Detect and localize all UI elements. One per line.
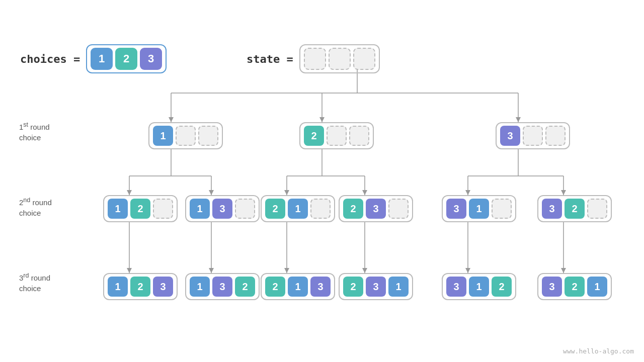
cell-empty <box>349 126 369 146</box>
svg-marker-13 <box>209 190 214 195</box>
state-cell-1 <box>304 48 326 70</box>
round1-label: 1st roundchoice <box>19 121 50 143</box>
svg-marker-4 <box>169 117 174 122</box>
svg-marker-31 <box>284 268 289 273</box>
choice-3: 3 <box>140 48 162 70</box>
level3-node-132: 1 3 2 <box>185 273 260 300</box>
svg-marker-12 <box>127 190 132 195</box>
choice-1: 1 <box>91 48 113 70</box>
cell-empty <box>176 126 196 146</box>
level2-node-12: 1 2 <box>103 195 178 222</box>
state-header: state = <box>247 44 380 73</box>
svg-marker-37 <box>561 268 566 273</box>
cell-empty <box>198 126 218 146</box>
svg-marker-6 <box>516 117 521 122</box>
cell-empty <box>523 126 543 146</box>
watermark: www.hello-algo.com <box>563 347 634 355</box>
cell: 1 <box>153 126 173 146</box>
level2-node-23: 2 3 <box>339 195 413 222</box>
state-label: state = <box>247 53 293 65</box>
level2-node-13: 1 3 <box>185 195 260 222</box>
svg-marker-33 <box>362 268 367 273</box>
cell-empty <box>327 126 347 146</box>
level3-node-312: 3 1 2 <box>442 273 516 300</box>
cell: 2 <box>304 126 324 146</box>
choices-label: choices = <box>20 53 80 65</box>
level3-node-123: 1 2 3 <box>103 273 178 300</box>
cell: 3 <box>500 126 520 146</box>
level2-node-32: 3 2 <box>537 195 612 222</box>
choices-header: choices = 1 2 3 <box>20 44 167 73</box>
level3-node-213: 2 1 3 <box>261 273 335 300</box>
choices-array: 1 2 3 <box>86 44 167 73</box>
level3-node-321: 3 2 1 <box>537 273 612 300</box>
svg-marker-5 <box>319 117 325 122</box>
svg-marker-25 <box>561 190 566 195</box>
state-cell-3 <box>353 48 375 70</box>
level2-node-31: 3 1 <box>442 195 516 222</box>
round3-label: 3rd roundchoice <box>19 272 50 294</box>
level1-node-1: 1 <box>148 122 223 149</box>
svg-marker-18 <box>284 190 289 195</box>
svg-marker-29 <box>209 268 214 273</box>
svg-marker-35 <box>465 268 470 273</box>
level1-node-3: 3 <box>496 122 570 149</box>
round2-label: 2nd roundchoice <box>19 196 52 218</box>
level1-node-2: 2 <box>299 122 374 149</box>
level3-node-231: 2 3 1 <box>339 273 413 300</box>
choice-2: 2 <box>115 48 137 70</box>
state-array <box>299 44 380 73</box>
level2-node-21: 2 1 <box>261 195 335 222</box>
svg-marker-19 <box>362 190 367 195</box>
state-cell-2 <box>329 48 351 70</box>
diagram: choices = 1 2 3 state = 1st roundchoice … <box>0 0 644 362</box>
cell-empty <box>545 126 566 146</box>
svg-marker-24 <box>465 190 470 195</box>
svg-marker-27 <box>127 268 132 273</box>
